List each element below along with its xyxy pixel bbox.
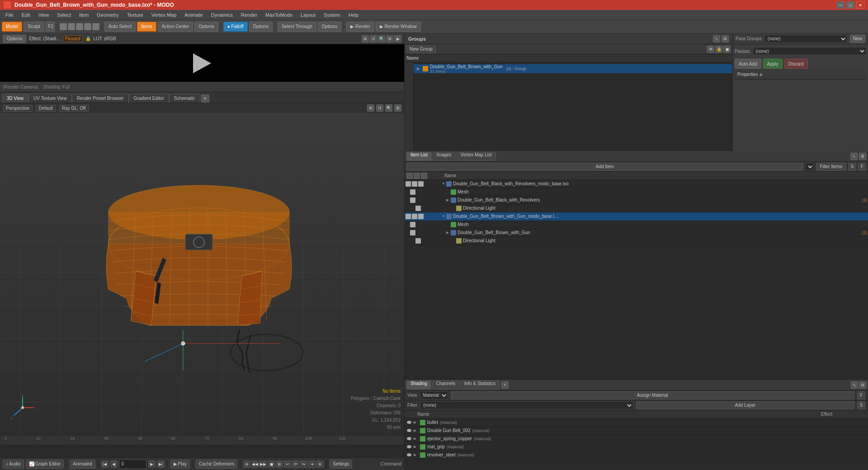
add-tab-button[interactable]: + xyxy=(201,94,209,103)
il-render-icon-0[interactable] xyxy=(418,181,424,187)
sh-eye-ejector[interactable] xyxy=(406,436,412,442)
il-expand-btn[interactable]: ⤡ xyxy=(850,153,858,160)
il-eye-icon-4[interactable] xyxy=(406,214,411,219)
view-select[interactable]: Material xyxy=(420,391,448,400)
il-expand-6[interactable]: ▶ xyxy=(446,230,451,235)
il-eye-icon-1[interactable] xyxy=(410,189,415,195)
tab-info-statistics[interactable]: Info & Statistics xyxy=(460,381,500,390)
il-row-3[interactable]: Directional Light xyxy=(405,204,868,212)
tab-schematic[interactable]: Schematic xyxy=(169,94,200,103)
tab-vertex-map-list[interactable]: Vertex Map List xyxy=(457,152,496,161)
add-item-dropdown[interactable]: ▼ xyxy=(805,163,814,171)
discard-button[interactable]: Discard xyxy=(784,59,808,69)
menu-layout[interactable]: Layout xyxy=(297,11,319,19)
filter-select[interactable]: (none) xyxy=(420,401,633,409)
assign-f-btn[interactable]: F xyxy=(857,391,865,400)
prev-frame-button[interactable]: ◀ xyxy=(110,461,118,468)
tool-icon-2[interactable] xyxy=(68,23,75,30)
sh-row-bullet[interactable]: ▶ bullet (Material) xyxy=(405,418,868,427)
anim-icon-4[interactable]: ⚙ xyxy=(386,35,393,42)
next-frame-button[interactable]: ▶| xyxy=(157,461,165,468)
sh-expand-bullet[interactable]: ▶ xyxy=(414,420,418,424)
tab-shading[interactable]: Shading xyxy=(406,381,431,390)
tab-render-preset[interactable]: Render Preset Browser xyxy=(72,94,129,103)
tool-icon-1[interactable] xyxy=(60,23,67,30)
shading-expand-btn[interactable]: ⤡ xyxy=(851,381,858,389)
filter-items-button[interactable]: Filter Items xyxy=(816,163,846,171)
pass-groups-select[interactable]: (none) xyxy=(764,35,847,43)
menu-vertex-map[interactable]: Vertex Map xyxy=(148,11,180,19)
viewport-3d[interactable]: Perspective Default Ray GL: Off ⊕ ↺ 🔍 ⚙ xyxy=(0,103,404,435)
menu-system[interactable]: System xyxy=(320,11,344,19)
vp-icon-rotate[interactable]: ↺ xyxy=(376,104,383,112)
animated-button[interactable]: Animated xyxy=(70,460,95,469)
tab-uv-texture[interactable]: UV Texture View xyxy=(28,94,72,103)
tab-channels[interactable]: Channels xyxy=(432,381,459,390)
extra-ctrl-7[interactable]: ⟳ xyxy=(292,461,299,468)
menu-view[interactable]: View xyxy=(35,11,53,19)
auto-add-button[interactable]: Auto Add xyxy=(735,59,761,69)
sh-expand-matgrip[interactable]: ▶ xyxy=(414,445,418,449)
audio-button[interactable]: ♪ Audio xyxy=(3,460,24,469)
shading-add-tab[interactable]: + xyxy=(501,381,509,389)
il-settings-btn[interactable]: ⚙ xyxy=(859,153,866,160)
timeline-track[interactable] xyxy=(0,445,404,457)
il-expand-4[interactable]: ▼ xyxy=(442,214,446,218)
graph-editor-button[interactable]: 📈 Graph Editor xyxy=(26,460,64,469)
sh-eye-doublegb[interactable] xyxy=(406,428,412,433)
skip-start-button[interactable]: |◀ xyxy=(101,461,108,468)
il-eye-icon-5[interactable] xyxy=(410,222,415,227)
il-row-1[interactable]: Mesh xyxy=(405,188,868,196)
il-row-2[interactable]: ▶ Double_Gun_Belt_Black_with_Revolvers (… xyxy=(405,196,868,204)
render-window-button[interactable]: ▶ Render Window xyxy=(376,22,421,32)
il-row-7[interactable]: Directional Light xyxy=(405,237,868,245)
groups-expand-btn[interactable]: ⤡ xyxy=(713,35,720,42)
sh-eye-bullet[interactable] xyxy=(406,420,412,425)
cache-deformers-button[interactable]: Cache Deformers xyxy=(196,460,237,469)
ray-gl-label[interactable]: Ray GL: Off xyxy=(59,105,89,112)
sh-eye-revolver[interactable] xyxy=(406,452,412,458)
extra-ctrl-9[interactable]: ⇥ xyxy=(308,461,316,468)
extra-ctrl-8[interactable]: ↬ xyxy=(300,461,307,468)
il-icon-render[interactable] xyxy=(421,173,427,179)
il-eye-icon-6[interactable] xyxy=(410,230,415,235)
items-button[interactable]: Items xyxy=(137,22,156,32)
options-1-button[interactable]: Options xyxy=(194,22,218,32)
tool-icon-5[interactable] xyxy=(92,23,99,30)
extra-ctrl-4[interactable]: ◼ xyxy=(268,461,275,468)
anim-icon-3[interactable]: 🔍 xyxy=(378,35,385,42)
play-button-large[interactable] xyxy=(191,52,213,75)
passes-select[interactable]: (none) xyxy=(753,47,866,55)
anim-icon-5[interactable]: ▶ xyxy=(394,35,401,42)
close-button[interactable]: ✕ xyxy=(856,1,864,9)
vp-icon-settings[interactable]: ⚙ xyxy=(394,104,401,112)
menu-item[interactable]: Item xyxy=(75,11,92,19)
menu-edit[interactable]: Edit xyxy=(18,11,34,19)
il-row-0[interactable]: ▼ Double_Gun_Belt_Black_with_Revolvers_m… xyxy=(405,180,868,188)
il-render-icon-4[interactable] xyxy=(418,214,424,219)
extra-ctrl-3[interactable]: ▶▶ xyxy=(259,461,267,468)
menu-geometry[interactable]: Geometry xyxy=(93,11,122,19)
sh-row-ejector[interactable]: ▶ ejector_spring_copper (Material) xyxy=(405,435,868,443)
il-row-6[interactable]: ▶ Double_Gun_Belt_Brown_with_Gun (2) xyxy=(405,229,868,237)
sh-expand-revolver[interactable]: ▶ xyxy=(414,453,418,457)
sculpt-button[interactable]: Sculpt xyxy=(24,22,44,32)
shading-settings-btn[interactable]: ⚙ xyxy=(859,381,866,389)
action-center-button[interactable]: Action Center xyxy=(158,22,193,32)
tool-icon-4[interactable] xyxy=(84,23,91,30)
menu-maxtomodo[interactable]: MaxToModo xyxy=(262,11,296,19)
groups-icon-1[interactable]: 👁 xyxy=(707,46,714,53)
anim-icon-2[interactable]: ↺ xyxy=(370,35,377,42)
filter-s-btn[interactable]: S xyxy=(848,163,856,171)
apply-button[interactable]: Apply xyxy=(763,59,783,69)
play-button[interactable]: ▶ Play xyxy=(170,460,190,469)
il-eye-icon-3[interactable] xyxy=(415,206,421,211)
group-expand-icon[interactable]: ▶ xyxy=(415,66,421,71)
menu-dynamics[interactable]: Dynamics xyxy=(208,11,236,19)
maximize-button[interactable]: □ xyxy=(846,1,854,9)
perspective-label[interactable]: Perspective xyxy=(3,105,33,112)
tab-images[interactable]: Images xyxy=(433,152,456,161)
assign-material-button[interactable]: Assign Material xyxy=(451,391,855,400)
group-row[interactable]: ▶ Double_Gun_Belt_Brown_with_Gun 31 Item… xyxy=(414,64,732,73)
add-item-button[interactable]: Add Item xyxy=(406,163,803,171)
